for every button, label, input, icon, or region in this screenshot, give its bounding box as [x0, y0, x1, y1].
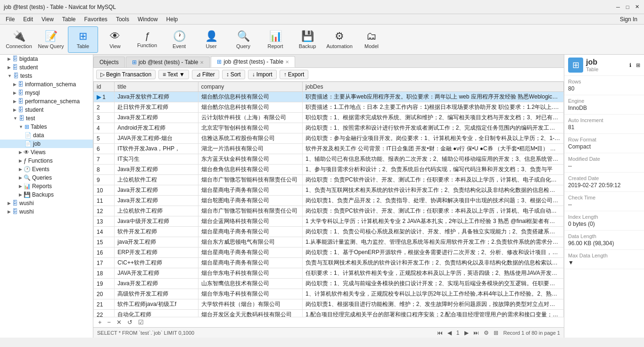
rp-grid-btn[interactable]: ⊞	[636, 62, 640, 68]
table-container[interactable]: id title company jobDes ▶ 1Java开发软件工程师烟台…	[93, 82, 564, 317]
cell-id[interactable]: 22	[94, 310, 115, 317]
table-row[interactable]: 11Java开发工程师烟台鸵图电子商务有限公司岗位职责1、负责产品开发；2、负责…	[94, 196, 564, 206]
cell-company[interactable]: 烟台叁角信息科技有限公司	[198, 165, 303, 175]
tab-objects[interactable]: Objects	[93, 57, 125, 67]
cell-jobdes[interactable]: 岗位职责：负责PC软件设计、开发、测试工作；任职要求：本科及以上学历，计算机、电…	[303, 206, 564, 216]
sidebar-item-bigdata[interactable]: ▶ 🗄 bigdata	[0, 55, 93, 63]
cell-title[interactable]: C\C++软件工程师	[115, 258, 198, 268]
close-btn[interactable]: ✕	[634, 4, 640, 10]
table-row[interactable]: 3Java开发工程师云计划软件科技（上海）有限公司职位职责：1、根据需求完成软件…	[94, 113, 564, 123]
cell-company[interactable]: 烟台星商电子商务有限公司	[198, 227, 303, 237]
maximize-btn[interactable]: □	[624, 4, 631, 10]
table-row[interactable]: 21软件工程师java/初级工f大学软件科技（烟台）有限公司岗位职责1、根据项目…	[94, 299, 564, 310]
cell-jobdes[interactable]: 1、参与项目需求分析和设计；2、负责系统后台代码实现，编写代码注释和开发文档；3…	[303, 165, 564, 175]
table-row[interactable]: 4Android开发工程师北京宏宇智创科技有限公司岗位职责：1、按照需求和设计进…	[94, 123, 564, 133]
tab-job-1[interactable]: ⊞ job @test (tests) - Table ✕	[126, 57, 210, 67]
cell-title[interactable]: 软件开发工程师	[115, 227, 198, 237]
table-row[interactable]: 9上位机软件工程烟台市广智微芯智能科技有限责任公司岗位职责：负责PC软件设计、开…	[94, 175, 564, 185]
cell-jobdes[interactable]: 岗位职责：参与金融行业项目开发。岗位要求：1、计算机相关专业，全日制专科及以上学…	[303, 133, 564, 144]
toolbar-backup[interactable]: 💾 Backup	[292, 26, 322, 53]
cell-title[interactable]: 上位机软件工程	[115, 175, 198, 185]
toolbar-user[interactable]: 👤 User	[196, 26, 226, 53]
refresh-btn[interactable]: ↺	[125, 318, 134, 326]
cell-title[interactable]: Android开发工程师	[115, 123, 198, 133]
cell-company[interactable]: 烟台企蓝网络科技有限公司	[198, 216, 303, 227]
sidebar-item-views[interactable]: ▶ 👁 Views	[0, 148, 93, 157]
cell-company[interactable]: 烟台开发区金天元数码科技有限公司	[198, 310, 303, 317]
sidebar-item-queries[interactable]: ▶ 🔍 Queries	[0, 174, 93, 182]
toolbar-model[interactable]: 🗂 Model	[356, 26, 387, 53]
cell-title[interactable]: JAVA开发工程师-烟台	[115, 133, 198, 144]
cell-title[interactable]: Java开发工程师	[115, 196, 198, 206]
cell-company[interactable]: 烟台星商电子商务有限公司	[198, 258, 303, 268]
cell-title[interactable]: Java开发工程师	[115, 185, 198, 196]
cell-id[interactable]: 12	[94, 206, 115, 216]
cancel-edit-btn[interactable]: ✕	[115, 318, 124, 326]
text-btn[interactable]: ≡ Text ▼	[158, 70, 189, 79]
cell-company[interactable]: 烟台东方威思顿电气有限公司	[198, 237, 303, 248]
toolbar-automation[interactable]: ⚙ Automation	[324, 26, 355, 53]
col-header-title[interactable]: title	[115, 82, 198, 92]
cell-jobdes[interactable]: 职责描述：1.工作地点：日本 2.主要工作内容：1)根据日本现场要求协助开发 职…	[303, 102, 564, 113]
rp-info-btn[interactable]: ℹ	[629, 62, 631, 68]
cell-title[interactable]: IT实习生	[115, 154, 198, 165]
cell-jobdes[interactable]: 岗位职责：1、负责公司核心系统及框架的设计、开发、维护，具备独立实现能力；2、负…	[303, 227, 564, 237]
cell-company[interactable]: 烟台酷尔信息科技有限公司	[198, 102, 303, 113]
cell-jobdes[interactable]: 岗位职责1、根据项目进行功能检测、维护；2、发生故障时分析问题原因，按故障的类型…	[303, 299, 564, 310]
sidebar-item-job[interactable]: 📄 job	[0, 140, 93, 148]
cell-company[interactable]: 湖北一片浩科技有限公司	[198, 144, 303, 154]
menu-table[interactable]: Table	[58, 15, 80, 24]
cell-title[interactable]: Java开发工程师	[115, 113, 198, 123]
sidebar-item-wushi2[interactable]: ▶ 🗄 wushi	[0, 207, 93, 216]
toolbar-event[interactable]: 🕐 Event	[164, 26, 194, 53]
add-row-btn[interactable]: +	[96, 318, 104, 326]
sidebar-item-mysql[interactable]: ▶ 🗄 mysql	[0, 89, 93, 97]
toolbar-table[interactable]: ⊞ Table	[68, 26, 98, 53]
sidebar-item-student2[interactable]: ▶ 🗄 student	[0, 106, 93, 114]
table-row[interactable]: 5JAVA开发工程师-烟台信雅达系统工程股份有限公司岗位职责：参与金融行业项目开…	[94, 133, 564, 144]
import-btn[interactable]: ↓ Import	[248, 70, 277, 79]
sidebar-item-data[interactable]: 📄 data	[0, 131, 93, 140]
cell-id[interactable]: 13	[94, 216, 115, 227]
cell-id[interactable]: 11	[94, 196, 115, 206]
cell-jobdes[interactable]: 1.配合项目经理完成相关平台的部署和接口程序安装；2.配合项目经理管理用户的需求…	[303, 310, 564, 317]
toolbar-view[interactable]: 👁 View	[100, 26, 130, 53]
sidebar-item-student[interactable]: ▶ 🗄 student	[0, 63, 93, 72]
cell-title[interactable]: Java开发工程师	[115, 165, 198, 175]
first-page-btn[interactable]: ⏮	[436, 330, 444, 336]
cell-id[interactable]: 10	[94, 185, 115, 196]
cell-jobdes[interactable]: 1、辅助公司已有信息系统功能、报表的二次开发；2、辅助公司移动端应用的开发；3、…	[303, 154, 564, 165]
cell-jobdes[interactable]: 1、负责与互联网技术相关系统的软件设计和开发工作；2、负责结构化以及非结构化数据…	[303, 185, 564, 196]
cell-company[interactable]: 烟台星商电子商务有限公司	[198, 185, 303, 196]
sidebar-item-tests[interactable]: ▼ 🗄 tests	[0, 72, 93, 80]
sidebar-item-events[interactable]: ▶ 🕐 Events	[0, 165, 93, 174]
cell-title[interactable]: ERP开发工程师	[115, 248, 198, 258]
cell-jobdes[interactable]: 任职要求：1、计算机软件相关专业，正规院校本科及以上学历，英语四级；2、熟练使用…	[303, 268, 564, 279]
toolbar-query[interactable]: 🔍 Query	[228, 26, 258, 53]
next-page-btn[interactable]: ▶	[463, 330, 470, 336]
cell-jobdes[interactable]: 岗位职责：负责PC软件设计、开发、测试工作；任职要求：本科及以上学历，计算机、电…	[303, 175, 564, 185]
cell-id[interactable]: 18	[94, 268, 115, 279]
cell-title[interactable]: Java中级开发工程师	[115, 216, 198, 227]
menu-edit[interactable]: Edit	[19, 15, 37, 24]
sidebar-item-tables[interactable]: ▼ ⊞ Tables	[0, 123, 93, 131]
cell-company[interactable]: 烟台市广智微芯智能科技有限责任公司	[198, 175, 303, 185]
cell-id[interactable]: 2	[94, 102, 115, 113]
cell-id[interactable]: 15	[94, 237, 115, 248]
cell-id[interactable]: 17	[94, 258, 115, 268]
page-number[interactable]: 1	[455, 330, 461, 336]
cell-id[interactable]: 8	[94, 165, 115, 175]
cell-company[interactable]: 烟台酷尔信息科技有限公司	[198, 92, 303, 102]
toolbar-function[interactable]: ƒ Function	[132, 26, 162, 53]
cell-id[interactable]: 14	[94, 227, 115, 237]
export-btn[interactable]: ↑ Export	[280, 70, 309, 79]
apply-btn[interactable]: ☑	[136, 318, 146, 326]
sidebar-item-backups[interactable]: ▶ 💾 Backups	[0, 190, 93, 199]
delete-row-btn[interactable]: −	[106, 318, 113, 326]
sidebar-item-wushi[interactable]: ▶ 🗄 wushi	[0, 199, 93, 207]
cell-id[interactable]: 9	[94, 175, 115, 185]
cell-id[interactable]: 21	[94, 299, 115, 310]
settings-btn[interactable]: ⚙	[482, 330, 490, 336]
cell-id[interactable]: 7	[94, 154, 115, 165]
table-row[interactable]: 12上位机软件工程师烟台市广智微芯智能科技有限责任公司岗位职责：负责PC软件设计…	[94, 206, 564, 216]
